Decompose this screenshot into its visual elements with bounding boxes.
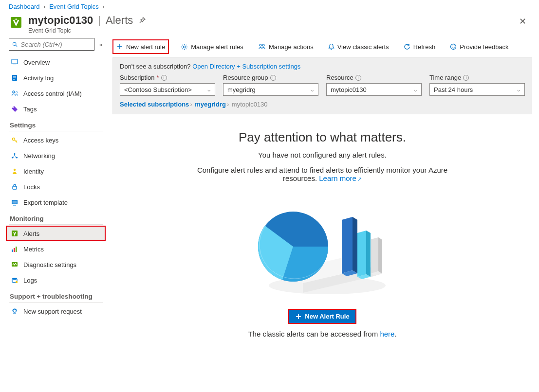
sidebar-item-alerts[interactable]: Alerts <box>6 226 106 241</box>
sidebar-item-new-support-request[interactable]: New support request <box>9 303 103 319</box>
alerts-icon <box>11 230 19 237</box>
key-icon <box>11 137 19 143</box>
plus-icon <box>116 43 123 50</box>
svg-rect-26 <box>14 248 15 252</box>
svg-point-12 <box>13 107 14 108</box>
divider <box>9 131 103 131</box>
manage-alert-rules-button[interactable]: Manage alert rules <box>178 39 246 54</box>
sidebar-item-export-template[interactable]: Export template <box>9 195 103 210</box>
logs-icon <box>11 277 19 284</box>
view-classic-alerts-button[interactable]: View classic alerts <box>325 39 392 54</box>
breadcrumb-item[interactable]: Dashboard <box>9 3 40 10</box>
resource-select[interactable]: mytopic0130⌵ <box>326 83 422 96</box>
pin-icon[interactable] <box>138 17 146 24</box>
search-field[interactable] <box>21 41 91 48</box>
svg-point-39 <box>454 46 455 47</box>
sidebar-item-locks[interactable]: Locks <box>9 179 103 195</box>
breadcrumb-item[interactable]: Event Grid Topics <box>49 3 99 10</box>
collapse-sidebar-icon[interactable]: « <box>99 41 103 48</box>
time-range-select[interactable]: Past 24 hours⌵ <box>429 83 525 96</box>
sidebar-group-settings: Settings <box>10 122 103 129</box>
search-input[interactable] <box>9 38 94 51</box>
empty-subtitle: You have not configured any alert rules. <box>112 151 532 159</box>
svg-point-34 <box>184 46 186 48</box>
sidebar-item-access-control[interactable]: Access control (IAM) <box>9 86 103 101</box>
info-icon[interactable]: i <box>355 75 361 81</box>
empty-illustration <box>249 193 395 300</box>
subscription-select[interactable]: <Contoso Subscription>⌵ <box>120 83 215 96</box>
svg-point-11 <box>16 91 17 93</box>
smile-icon <box>450 43 457 50</box>
refresh-button[interactable]: Refresh <box>401 39 439 54</box>
new-alert-rule-button[interactable]: New alert rule <box>112 39 169 54</box>
sidebar-item-label: New support request <box>23 308 82 315</box>
sidebar-item-overview[interactable]: Overview <box>9 54 103 70</box>
sidebar: « Overview Activity log Access control (… <box>0 38 110 353</box>
sidebar-item-label: Overview <box>23 59 50 66</box>
page-title-resource: mytopic0130 <box>28 14 93 27</box>
toolbar-label: Refresh <box>413 43 436 51</box>
sidebar-item-label: Access keys <box>23 137 58 144</box>
chevron-right-icon: › <box>102 3 104 10</box>
resource-type-label: Event Grid Topic <box>28 27 146 34</box>
sidebar-item-label: Access control (IAM) <box>23 90 82 97</box>
subscription-notice: Don't see a subscription? Open Directory… <box>120 63 525 70</box>
svg-rect-25 <box>12 249 13 252</box>
svg-point-2 <box>13 42 16 46</box>
chevron-right-icon: › <box>43 3 45 10</box>
svg-rect-4 <box>12 59 18 64</box>
info-icon[interactable]: i <box>161 75 167 81</box>
svg-rect-22 <box>13 200 17 203</box>
info-icon[interactable]: i <box>270 75 276 81</box>
sidebar-item-tags[interactable]: Tags <box>9 101 103 117</box>
sidebar-item-identity[interactable]: Identity <box>9 163 103 179</box>
sidebar-item-logs[interactable]: Logs <box>9 272 103 288</box>
scope-current: mytopic0130 <box>232 101 268 108</box>
sidebar-item-label: Logs <box>23 277 37 284</box>
chevron-down-icon: ⌵ <box>414 87 417 93</box>
close-icon[interactable]: ✕ <box>515 14 530 29</box>
svg-rect-20 <box>13 186 17 189</box>
sidebar-item-metrics[interactable]: Metrics <box>9 241 103 257</box>
classic-alerts-here-link[interactable]: here <box>380 330 394 338</box>
svg-point-38 <box>452 46 453 47</box>
scope-subscriptions-link[interactable]: Selected subscriptions <box>120 101 189 108</box>
chevron-down-icon: ⌵ <box>311 87 314 93</box>
sidebar-item-activity-log[interactable]: Activity log <box>9 70 103 86</box>
svg-point-35 <box>260 44 261 46</box>
diagnostic-icon <box>11 262 19 268</box>
svg-point-37 <box>451 44 456 50</box>
tags-icon <box>11 106 19 112</box>
classic-alerts-note: The classic alerts can be accessed from … <box>112 330 532 338</box>
people-icon <box>258 43 266 50</box>
refresh-icon <box>404 43 410 50</box>
search-icon <box>12 41 18 48</box>
sidebar-group-support: Support + troubleshooting <box>10 293 103 300</box>
sidebar-item-label: Locks <box>23 183 40 191</box>
scope-path: Selected subscriptions› myegridrg› mytop… <box>120 101 525 108</box>
provide-feedback-button[interactable]: Provide feedback <box>447 39 511 54</box>
export-template-icon <box>11 199 19 206</box>
svg-point-30 <box>16 281 18 283</box>
toolbar-label: New alert rule <box>126 43 165 51</box>
sidebar-item-access-keys[interactable]: Access keys <box>9 132 103 148</box>
event-grid-topic-icon <box>9 15 23 30</box>
svg-line-15 <box>16 141 17 142</box>
sidebar-item-diagnostic-settings[interactable]: Diagnostic settings <box>9 257 103 272</box>
new-alert-rule-cta-button[interactable]: New Alert Rule <box>288 309 356 324</box>
open-directory-link[interactable]: Open Directory + Subscription settings <box>192 63 300 70</box>
sidebar-item-networking[interactable]: Networking <box>9 148 103 163</box>
scope-rg-link[interactable]: myegridrg <box>195 101 226 108</box>
svg-point-17 <box>12 157 13 158</box>
sidebar-item-label: Metrics <box>23 246 44 253</box>
time-range-label: Time range i <box>429 74 525 81</box>
activity-log-icon <box>11 74 19 81</box>
resource-group-select[interactable]: myegridrg⌵ <box>223 83 318 96</box>
empty-state: Pay attention to what matters. You have … <box>112 130 532 338</box>
svg-line-3 <box>16 45 17 46</box>
manage-actions-button[interactable]: Manage actions <box>255 39 316 54</box>
learn-more-link[interactable]: Learn more↗ <box>319 174 362 182</box>
empty-title: Pay attention to what matters. <box>112 130 532 145</box>
divider <box>9 302 103 303</box>
info-icon[interactable]: i <box>463 75 469 81</box>
